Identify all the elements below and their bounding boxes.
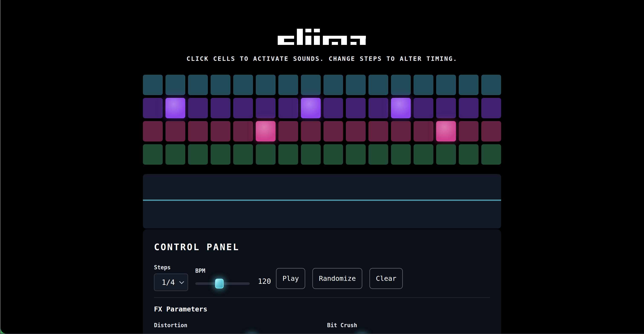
grid-cell[interactable]: [324, 144, 343, 165]
control-panel-title: CONTROL PANEL: [154, 242, 490, 253]
grid-cell[interactable]: [391, 144, 411, 165]
bpm-slider-thumb[interactable]: [215, 279, 224, 289]
steps-group: Steps 1/4: [154, 264, 188, 291]
grid-cell[interactable]: [324, 75, 343, 95]
grid-cell[interactable]: [481, 121, 501, 141]
grid-cell[interactable]: [391, 121, 411, 141]
grid-cell[interactable]: [436, 75, 456, 95]
waveform-visualizer: [143, 174, 501, 229]
grid-cell[interactable]: [233, 121, 253, 141]
fx-param-label: Distortion: [154, 322, 317, 329]
fx-title: FX Parameters: [154, 305, 490, 313]
grid-cell[interactable]: [436, 121, 456, 141]
grid-cell[interactable]: [459, 98, 478, 118]
grid-cell[interactable]: [256, 144, 276, 165]
grid-cell[interactable]: [166, 75, 185, 95]
grid-cell[interactable]: [166, 98, 185, 118]
grid-cell[interactable]: [301, 121, 321, 141]
bpm-slider[interactable]: [195, 279, 250, 289]
grid-cell[interactable]: [188, 144, 208, 165]
grid-cell[interactable]: [301, 144, 321, 165]
grid-cell[interactable]: [368, 121, 388, 141]
grid-cell[interactable]: [188, 98, 208, 118]
control-panel: CONTROL PANEL Steps 1/4 BPM 120 P: [143, 229, 501, 334]
grid-cell[interactable]: [346, 144, 366, 165]
grid-cell[interactable]: [324, 121, 343, 141]
grid-cell[interactable]: [368, 144, 388, 165]
grid-cell[interactable]: [233, 75, 253, 95]
clear-button[interactable]: Clear: [370, 268, 403, 289]
controls-row: Steps 1/4 BPM 120 Play Randomize Clear: [154, 264, 490, 291]
grid-cell[interactable]: [414, 98, 434, 118]
randomize-button[interactable]: Randomize: [312, 268, 362, 289]
grid-cell[interactable]: [256, 75, 276, 95]
grid-cell[interactable]: [301, 75, 321, 95]
window-left-edge: [0, 0, 1, 334]
grid-cell[interactable]: [278, 75, 298, 95]
grid-cell[interactable]: [143, 75, 163, 95]
grid-cell[interactable]: [210, 75, 230, 95]
grid-cell[interactable]: [301, 98, 321, 118]
window-corner-mask: [1, 320, 14, 334]
sequencer-grid: [143, 75, 501, 165]
steps-label: Steps: [154, 264, 188, 271]
grid-cell[interactable]: [256, 121, 276, 141]
grid-cell[interactable]: [414, 121, 434, 141]
fx-param-bit-crush: Bit Crush: [327, 322, 490, 334]
bpm-slider-track[interactable]: [195, 282, 250, 285]
grid-cell[interactable]: [143, 98, 163, 118]
grid-cell[interactable]: [414, 144, 434, 165]
grid-cell[interactable]: [391, 75, 411, 95]
app: CLICK CELLS TO ACTIVATE SOUNDS. CHANGE S…: [143, 29, 501, 334]
grid-cell[interactable]: [436, 98, 456, 118]
grid-cell[interactable]: [278, 98, 298, 118]
grid-cell[interactable]: [459, 75, 478, 95]
grid-cell[interactable]: [143, 144, 163, 165]
grid-cell[interactable]: [278, 121, 298, 141]
grid-cell[interactable]: [256, 98, 276, 118]
grid-cell[interactable]: [210, 121, 230, 141]
app-header: CLICK CELLS TO ACTIVATE SOUNDS. CHANGE S…: [143, 29, 501, 62]
grid-cell[interactable]: [459, 121, 478, 141]
grid-cell[interactable]: [368, 98, 388, 118]
grid-cell[interactable]: [346, 121, 366, 141]
waveform-line: [143, 200, 501, 201]
steps-select[interactable]: 1/4: [154, 274, 188, 291]
app-logo: [278, 29, 366, 45]
grid-cell[interactable]: [481, 75, 501, 95]
steps-select-value: 1/4: [162, 278, 175, 287]
grid-cell[interactable]: [166, 121, 185, 141]
transport-buttons: Play Randomize Clear: [276, 268, 403, 289]
app-subtitle: CLICK CELLS TO ACTIVATE SOUNDS. CHANGE S…: [143, 55, 501, 62]
fx-param-distortion: Distortion: [154, 322, 317, 334]
grid-cell[interactable]: [368, 75, 388, 95]
grid-cell[interactable]: [188, 121, 208, 141]
grid-cell[interactable]: [278, 144, 298, 165]
grid-cell[interactable]: [233, 98, 253, 118]
fx-param-label: Bit Crush: [327, 322, 490, 329]
fx-grid: DistortionBit Crush: [154, 322, 490, 334]
grid-cell[interactable]: [233, 144, 253, 165]
chevron-down-icon: [179, 279, 184, 284]
grid-cell[interactable]: [324, 98, 343, 118]
grid-cell[interactable]: [481, 98, 501, 118]
grid-cell[interactable]: [414, 75, 434, 95]
grid-cell[interactable]: [166, 144, 185, 165]
panel-divider: [154, 298, 490, 298]
grid-cell[interactable]: [346, 98, 366, 118]
grid-cell[interactable]: [210, 144, 230, 165]
grid-cell[interactable]: [481, 144, 501, 165]
grid-cell[interactable]: [436, 144, 456, 165]
grid-cell[interactable]: [391, 98, 411, 118]
grid-cell[interactable]: [459, 144, 478, 165]
grid-cell[interactable]: [143, 121, 163, 141]
play-button[interactable]: Play: [276, 268, 305, 289]
grid-cell[interactable]: [210, 98, 230, 118]
grid-cell[interactable]: [346, 75, 366, 95]
grid-cell[interactable]: [188, 75, 208, 95]
bpm-value: 120: [258, 277, 271, 286]
bpm-group: BPM: [195, 268, 250, 289]
bpm-label: BPM: [195, 268, 250, 274]
